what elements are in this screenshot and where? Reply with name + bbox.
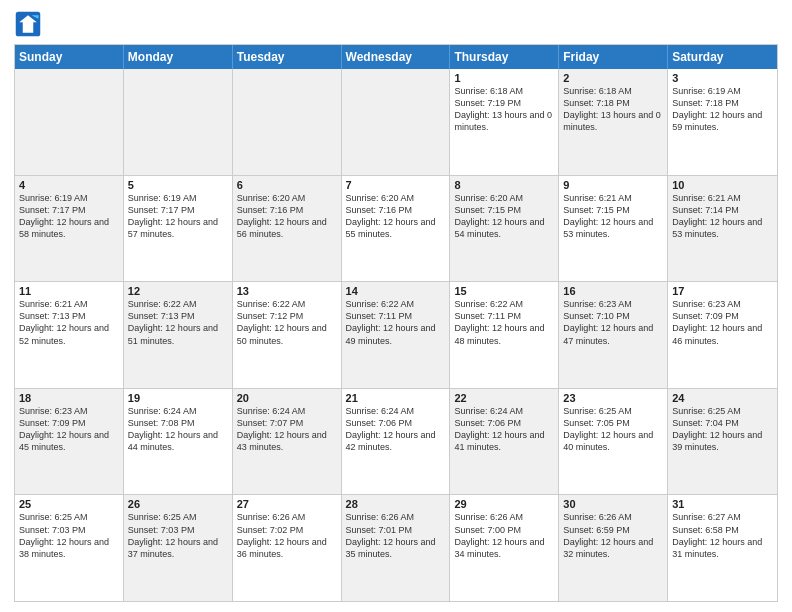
- header-day-saturday: Saturday: [668, 45, 777, 69]
- header-day-wednesday: Wednesday: [342, 45, 451, 69]
- day-info: Sunrise: 6:18 AM Sunset: 7:18 PM Dayligh…: [563, 85, 663, 134]
- day-info: Sunrise: 6:18 AM Sunset: 7:19 PM Dayligh…: [454, 85, 554, 134]
- day-number: 3: [672, 72, 773, 84]
- day-info: Sunrise: 6:24 AM Sunset: 7:06 PM Dayligh…: [346, 405, 446, 454]
- calendar-body: 1Sunrise: 6:18 AM Sunset: 7:19 PM Daylig…: [15, 69, 777, 601]
- day-number: 24: [672, 392, 773, 404]
- week-row-2: 4Sunrise: 6:19 AM Sunset: 7:17 PM Daylig…: [15, 175, 777, 282]
- day-number: 9: [563, 179, 663, 191]
- day-number: 8: [454, 179, 554, 191]
- day-info: Sunrise: 6:24 AM Sunset: 7:07 PM Dayligh…: [237, 405, 337, 454]
- cal-cell: [124, 69, 233, 175]
- day-info: Sunrise: 6:25 AM Sunset: 7:03 PM Dayligh…: [19, 511, 119, 560]
- day-number: 1: [454, 72, 554, 84]
- day-info: Sunrise: 6:24 AM Sunset: 7:08 PM Dayligh…: [128, 405, 228, 454]
- calendar-header: SundayMondayTuesdayWednesdayThursdayFrid…: [15, 45, 777, 69]
- day-info: Sunrise: 6:25 AM Sunset: 7:03 PM Dayligh…: [128, 511, 228, 560]
- day-info: Sunrise: 6:21 AM Sunset: 7:13 PM Dayligh…: [19, 298, 119, 347]
- cal-cell: 31Sunrise: 6:27 AM Sunset: 6:58 PM Dayli…: [668, 495, 777, 601]
- cal-cell: 19Sunrise: 6:24 AM Sunset: 7:08 PM Dayli…: [124, 389, 233, 495]
- cal-cell: 13Sunrise: 6:22 AM Sunset: 7:12 PM Dayli…: [233, 282, 342, 388]
- day-info: Sunrise: 6:27 AM Sunset: 6:58 PM Dayligh…: [672, 511, 773, 560]
- cal-cell: 14Sunrise: 6:22 AM Sunset: 7:11 PM Dayli…: [342, 282, 451, 388]
- day-info: Sunrise: 6:25 AM Sunset: 7:05 PM Dayligh…: [563, 405, 663, 454]
- page: SundayMondayTuesdayWednesdayThursdayFrid…: [0, 0, 792, 612]
- cal-cell: 26Sunrise: 6:25 AM Sunset: 7:03 PM Dayli…: [124, 495, 233, 601]
- day-info: Sunrise: 6:23 AM Sunset: 7:09 PM Dayligh…: [19, 405, 119, 454]
- day-number: 6: [237, 179, 337, 191]
- day-info: Sunrise: 6:26 AM Sunset: 7:02 PM Dayligh…: [237, 511, 337, 560]
- day-info: Sunrise: 6:21 AM Sunset: 7:14 PM Dayligh…: [672, 192, 773, 241]
- day-number: 15: [454, 285, 554, 297]
- day-number: 7: [346, 179, 446, 191]
- header-day-tuesday: Tuesday: [233, 45, 342, 69]
- day-number: 14: [346, 285, 446, 297]
- day-info: Sunrise: 6:19 AM Sunset: 7:18 PM Dayligh…: [672, 85, 773, 134]
- day-number: 22: [454, 392, 554, 404]
- header-day-friday: Friday: [559, 45, 668, 69]
- day-number: 10: [672, 179, 773, 191]
- day-number: 26: [128, 498, 228, 510]
- cal-cell: 1Sunrise: 6:18 AM Sunset: 7:19 PM Daylig…: [450, 69, 559, 175]
- day-number: 30: [563, 498, 663, 510]
- cal-cell: 12Sunrise: 6:22 AM Sunset: 7:13 PM Dayli…: [124, 282, 233, 388]
- cal-cell: 20Sunrise: 6:24 AM Sunset: 7:07 PM Dayli…: [233, 389, 342, 495]
- week-row-4: 18Sunrise: 6:23 AM Sunset: 7:09 PM Dayli…: [15, 388, 777, 495]
- day-number: 18: [19, 392, 119, 404]
- week-row-3: 11Sunrise: 6:21 AM Sunset: 7:13 PM Dayli…: [15, 281, 777, 388]
- cal-cell: 7Sunrise: 6:20 AM Sunset: 7:16 PM Daylig…: [342, 176, 451, 282]
- cal-cell: 10Sunrise: 6:21 AM Sunset: 7:14 PM Dayli…: [668, 176, 777, 282]
- week-row-1: 1Sunrise: 6:18 AM Sunset: 7:19 PM Daylig…: [15, 69, 777, 175]
- day-info: Sunrise: 6:22 AM Sunset: 7:12 PM Dayligh…: [237, 298, 337, 347]
- day-number: 25: [19, 498, 119, 510]
- day-info: Sunrise: 6:20 AM Sunset: 7:16 PM Dayligh…: [237, 192, 337, 241]
- day-number: 11: [19, 285, 119, 297]
- cal-cell: 5Sunrise: 6:19 AM Sunset: 7:17 PM Daylig…: [124, 176, 233, 282]
- cal-cell: 4Sunrise: 6:19 AM Sunset: 7:17 PM Daylig…: [15, 176, 124, 282]
- header-day-thursday: Thursday: [450, 45, 559, 69]
- day-number: 16: [563, 285, 663, 297]
- day-info: Sunrise: 6:26 AM Sunset: 7:01 PM Dayligh…: [346, 511, 446, 560]
- day-number: 23: [563, 392, 663, 404]
- day-info: Sunrise: 6:23 AM Sunset: 7:10 PM Dayligh…: [563, 298, 663, 347]
- day-number: 19: [128, 392, 228, 404]
- week-row-5: 25Sunrise: 6:25 AM Sunset: 7:03 PM Dayli…: [15, 494, 777, 601]
- day-number: 4: [19, 179, 119, 191]
- cal-cell: 30Sunrise: 6:26 AM Sunset: 6:59 PM Dayli…: [559, 495, 668, 601]
- day-number: 21: [346, 392, 446, 404]
- day-info: Sunrise: 6:22 AM Sunset: 7:11 PM Dayligh…: [346, 298, 446, 347]
- day-info: Sunrise: 6:22 AM Sunset: 7:13 PM Dayligh…: [128, 298, 228, 347]
- cal-cell: 15Sunrise: 6:22 AM Sunset: 7:11 PM Dayli…: [450, 282, 559, 388]
- day-info: Sunrise: 6:19 AM Sunset: 7:17 PM Dayligh…: [19, 192, 119, 241]
- logo: [14, 10, 46, 38]
- cal-cell: 8Sunrise: 6:20 AM Sunset: 7:15 PM Daylig…: [450, 176, 559, 282]
- day-info: Sunrise: 6:22 AM Sunset: 7:11 PM Dayligh…: [454, 298, 554, 347]
- day-number: 28: [346, 498, 446, 510]
- cal-cell: 22Sunrise: 6:24 AM Sunset: 7:06 PM Dayli…: [450, 389, 559, 495]
- cal-cell: 18Sunrise: 6:23 AM Sunset: 7:09 PM Dayli…: [15, 389, 124, 495]
- day-info: Sunrise: 6:26 AM Sunset: 6:59 PM Dayligh…: [563, 511, 663, 560]
- cal-cell: 29Sunrise: 6:26 AM Sunset: 7:00 PM Dayli…: [450, 495, 559, 601]
- day-number: 20: [237, 392, 337, 404]
- cal-cell: 27Sunrise: 6:26 AM Sunset: 7:02 PM Dayli…: [233, 495, 342, 601]
- day-info: Sunrise: 6:26 AM Sunset: 7:00 PM Dayligh…: [454, 511, 554, 560]
- cal-cell: [233, 69, 342, 175]
- header: [14, 10, 778, 38]
- cal-cell: [15, 69, 124, 175]
- cal-cell: [342, 69, 451, 175]
- day-info: Sunrise: 6:20 AM Sunset: 7:15 PM Dayligh…: [454, 192, 554, 241]
- day-info: Sunrise: 6:25 AM Sunset: 7:04 PM Dayligh…: [672, 405, 773, 454]
- cal-cell: 2Sunrise: 6:18 AM Sunset: 7:18 PM Daylig…: [559, 69, 668, 175]
- cal-cell: 25Sunrise: 6:25 AM Sunset: 7:03 PM Dayli…: [15, 495, 124, 601]
- day-info: Sunrise: 6:21 AM Sunset: 7:15 PM Dayligh…: [563, 192, 663, 241]
- day-number: 12: [128, 285, 228, 297]
- cal-cell: 23Sunrise: 6:25 AM Sunset: 7:05 PM Dayli…: [559, 389, 668, 495]
- cal-cell: 17Sunrise: 6:23 AM Sunset: 7:09 PM Dayli…: [668, 282, 777, 388]
- day-number: 17: [672, 285, 773, 297]
- day-number: 27: [237, 498, 337, 510]
- day-number: 5: [128, 179, 228, 191]
- cal-cell: 6Sunrise: 6:20 AM Sunset: 7:16 PM Daylig…: [233, 176, 342, 282]
- day-number: 13: [237, 285, 337, 297]
- day-number: 2: [563, 72, 663, 84]
- day-number: 29: [454, 498, 554, 510]
